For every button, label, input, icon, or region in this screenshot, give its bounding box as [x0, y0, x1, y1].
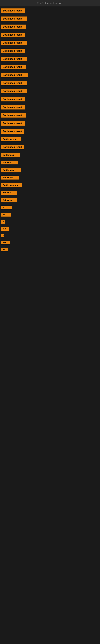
content-area: Bottleneck resultBottleneck resultBottle…: [0, 6, 100, 257]
bottleneck-badge[interactable]: Bottleneck re: [1, 137, 21, 141]
bottleneck-badge[interactable]: Bottleneck result: [1, 24, 26, 29]
list-item[interactable]: Bottleneck re: [1, 137, 99, 141]
list-item[interactable]: Bottl: [1, 241, 99, 244]
list-item[interactable]: Bottleneck result: [1, 8, 99, 13]
list-item[interactable]: Bottlenec: [1, 160, 99, 164]
list-item[interactable]: Bottleneck result: [1, 121, 99, 126]
bottleneck-badge[interactable]: Bottlenec: [1, 198, 17, 202]
list-item[interactable]: Bottleneck result: [1, 41, 99, 45]
list-item[interactable]: Bottleneck result: [1, 32, 99, 37]
bottleneck-badge[interactable]: Bottleneck result: [1, 121, 25, 126]
bottleneck-badge[interactable]: Bottleneck result: [1, 32, 25, 37]
list-item[interactable]: Bottleneck result: [1, 105, 99, 110]
list-item[interactable]: Bott: [1, 206, 99, 209]
bottleneck-badge[interactable]: Bottleneck result: [1, 97, 25, 102]
bottleneck-badge[interactable]: Bottlene: [1, 191, 17, 194]
bottleneck-badge[interactable]: Bottleneck result: [1, 81, 27, 85]
bottleneck-badge[interactable]: Bottleneck result: [1, 89, 27, 94]
list-item[interactable]: Bottleneck result: [1, 16, 99, 21]
list-item[interactable]: Bottleneck result: [1, 65, 99, 69]
list-item[interactable]: Bottleneck result: [1, 57, 99, 61]
bottleneck-badge[interactable]: Bottleneck result: [1, 57, 27, 61]
site-title: TheBottlenecker.com: [0, 0, 100, 6]
site-title-bar: TheBottlenecker.com: [0, 0, 100, 6]
bottleneck-badge[interactable]: Bottl: [1, 241, 10, 244]
list-item[interactable]: Bott: [1, 227, 99, 231]
list-item[interactable]: Bottlene: [1, 191, 99, 194]
bottleneck-badge[interactable]: Bottleneck r: [1, 153, 20, 157]
list-item[interactable]: Bottleneck result: [1, 89, 99, 94]
bottleneck-badge[interactable]: Bot: [1, 248, 8, 251]
bottleneck-badge[interactable]: Bottleneck result: [1, 105, 25, 110]
bottleneck-badge[interactable]: Bo: [1, 213, 11, 216]
list-item[interactable]: Bo: [1, 213, 99, 216]
list-item[interactable]: Bottlenec: [1, 198, 99, 202]
bottleneck-badge[interactable]: Bott: [1, 227, 9, 231]
bottleneck-badge[interactable]: Bottlenec: [1, 160, 18, 164]
list-item[interactable]: Bottleneck result: [1, 97, 99, 102]
bottleneck-badge[interactable]: Bottleneck result: [1, 16, 27, 21]
bottleneck-badge[interactable]: Bottleneck res: [1, 183, 22, 187]
bottleneck-badge[interactable]: Bottleneck result: [1, 129, 24, 134]
list-item[interactable]: Bottleneck result: [1, 49, 99, 53]
bottleneck-badge[interactable]: Bottleneck result: [1, 73, 28, 77]
bottleneck-badge[interactable]: Bottleneck result: [1, 8, 25, 13]
bottleneck-badge[interactable]: Bottleneck result: [1, 113, 26, 118]
bottleneck-badge[interactable]: Bottleneck: [1, 176, 19, 180]
list-item[interactable]: Bottleneck: [1, 176, 99, 180]
list-item[interactable]: B: [1, 220, 99, 224]
list-item[interactable]: B: [1, 234, 99, 237]
list-item[interactable]: Bot: [1, 248, 99, 251]
bottleneck-badge[interactable]: Bottleneck result: [1, 65, 26, 69]
list-item[interactable]: Bottleneck result: [1, 129, 99, 134]
bottleneck-badge[interactable]: Bottleneck result: [1, 49, 25, 53]
bottleneck-badge[interactable]: B: [1, 234, 4, 237]
list-item[interactable]: Bottleneck r: [1, 153, 99, 157]
bottleneck-badge[interactable]: Bott: [1, 206, 12, 209]
bottleneck-badge[interactable]: Bottleneck result: [1, 41, 27, 45]
list-item[interactable]: Bottleneck result: [1, 145, 99, 149]
bottleneck-badge[interactable]: B: [1, 220, 5, 224]
list-item[interactable]: Bottleneck res: [1, 183, 99, 187]
list-item[interactable]: Bottleneck result: [1, 113, 99, 118]
list-item[interactable]: Bottleneck result: [1, 24, 99, 29]
list-item[interactable]: Bottleneck r: [1, 168, 99, 172]
list-item[interactable]: Bottleneck result: [1, 81, 99, 85]
bottleneck-badge[interactable]: Bottleneck r: [1, 168, 21, 172]
list-item[interactable]: Bottleneck result: [1, 73, 99, 77]
bottleneck-badge[interactable]: Bottleneck result: [1, 145, 24, 149]
